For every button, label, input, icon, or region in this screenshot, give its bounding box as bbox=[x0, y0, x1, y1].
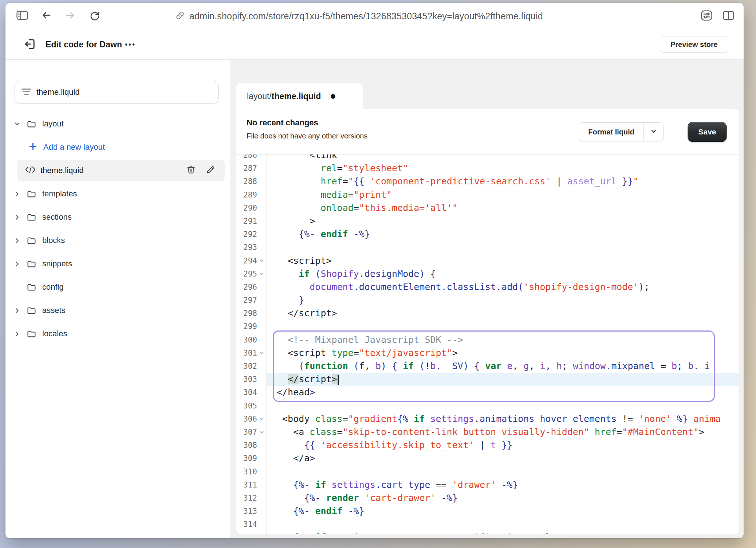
forward-button[interactable] bbox=[63, 8, 78, 24]
code-text[interactable]: </script> bbox=[267, 307, 739, 320]
address-bar[interactable]: admin.shopify.com/store/rzq1xu-f5/themes… bbox=[175, 3, 543, 29]
code-text[interactable]: onload="this.media='all'" bbox=[267, 201, 739, 215]
line-number: 315 bbox=[236, 531, 257, 534]
code-text[interactable]: </head> bbox=[267, 386, 739, 399]
code-text[interactable]: {{ 'accessibility.skip_to_text' | t }} bbox=[267, 439, 739, 452]
code-text[interactable]: </script> bbox=[267, 373, 739, 386]
sidebar-item-snippets[interactable]: snippets bbox=[5, 252, 230, 275]
search-input[interactable] bbox=[36, 87, 212, 97]
url-text: admin.shopify.com/store/rzq1xu-f5/themes… bbox=[189, 11, 543, 21]
folder-icon bbox=[25, 259, 38, 269]
code-text[interactable]: <a class="skip-to-content-link button vi… bbox=[267, 426, 739, 439]
chevron-right-icon[interactable] bbox=[11, 213, 23, 222]
folder-icon bbox=[25, 189, 38, 199]
sidebar-item-assets[interactable]: assets bbox=[5, 299, 230, 322]
chevron-down-icon[interactable] bbox=[11, 120, 23, 128]
sidebar-item-templates[interactable]: templates bbox=[5, 182, 230, 206]
back-button[interactable] bbox=[39, 8, 54, 24]
code-text[interactable] bbox=[267, 320, 739, 333]
format-liquid-split-button: Format liquid bbox=[579, 122, 664, 141]
format-liquid-button[interactable]: Format liquid bbox=[579, 123, 643, 141]
preview-store-button[interactable]: Preview store bbox=[660, 36, 728, 53]
code-text[interactable]: {%- endif -%} bbox=[267, 505, 739, 518]
fold-chevron-icon[interactable] bbox=[257, 347, 267, 360]
sidebar-item-layout[interactable]: layout bbox=[5, 112, 230, 136]
code-text[interactable]: document.documentElement.classList.add('… bbox=[267, 281, 739, 294]
forward-icon bbox=[64, 9, 76, 23]
code-text[interactable]: href="{{ 'component-predictive-search.cs… bbox=[267, 175, 739, 188]
code-text[interactable]: <!-- Mixpanel Javascript SDK --> bbox=[267, 333, 739, 347]
fold-gutter bbox=[257, 465, 267, 478]
code-text[interactable]: {%- render 'cart-drawer' -%} bbox=[267, 492, 739, 505]
rename-file-button[interactable] bbox=[204, 164, 217, 177]
code-line-291: 291 > bbox=[236, 215, 739, 228]
code-text[interactable]: rel="stylesheet" bbox=[267, 162, 739, 175]
sidebar-item-label: config bbox=[42, 282, 64, 292]
sidebar-item-blocks[interactable]: blocks bbox=[5, 229, 230, 252]
code-text[interactable] bbox=[267, 399, 739, 412]
folder-icon bbox=[25, 119, 38, 129]
fold-chevron-icon[interactable] bbox=[257, 254, 267, 267]
tab-theme-liquid[interactable]: layout/theme.liquid bbox=[236, 83, 363, 110]
more-actions-button[interactable]: ••• bbox=[125, 29, 136, 60]
fold-gutter bbox=[257, 505, 267, 518]
fold-gutter bbox=[257, 452, 267, 465]
delete-file-button[interactable] bbox=[185, 164, 197, 177]
line-number: 292 bbox=[236, 228, 257, 241]
code-file-icon bbox=[25, 165, 36, 176]
line-number: 312 bbox=[236, 492, 257, 505]
code-line-289: 289 media="print" bbox=[236, 188, 739, 201]
code-text[interactable]: <link bbox=[267, 154, 739, 162]
fold-gutter bbox=[257, 531, 267, 534]
chevron-right-icon[interactable] bbox=[11, 306, 23, 315]
trash-icon bbox=[186, 165, 196, 177]
code-text[interactable]: {%- if settings.cart_type == 'drawer' -%… bbox=[267, 478, 739, 492]
sidebar-action-add-a-new-layout[interactable]: Add a new layout bbox=[5, 136, 230, 159]
code-text[interactable]: <body class="gradient{% if settings.anim… bbox=[267, 412, 739, 426]
code-text[interactable] bbox=[267, 465, 739, 478]
code-text[interactable]: <script type="text/javascript"> bbox=[267, 347, 739, 360]
sidebar-item-sections[interactable]: sections bbox=[5, 206, 230, 229]
format-liquid-dropdown[interactable] bbox=[643, 123, 663, 141]
code-line-295: 295 if (Shopify.designMode) { bbox=[236, 267, 739, 281]
sidebar-item-theme-liquid[interactable]: theme.liquid bbox=[17, 160, 225, 181]
sidebar-item-locales[interactable]: locales bbox=[5, 322, 230, 345]
code-text[interactable]: </a> bbox=[267, 452, 739, 465]
code-text[interactable]: {%- endif -%} bbox=[267, 228, 739, 241]
line-number: 307 bbox=[236, 426, 257, 439]
code-line-293: 293 bbox=[236, 241, 739, 254]
code-text[interactable]: if (Shopify.designMode) { bbox=[267, 267, 739, 281]
reload-button[interactable] bbox=[87, 8, 102, 24]
fold-gutter bbox=[257, 241, 267, 254]
code-line-303: 303 </script> bbox=[236, 373, 739, 386]
sidebar-item-config[interactable]: config bbox=[5, 275, 230, 299]
code-line-301: 301 <script type="text/javascript"> bbox=[236, 347, 739, 360]
file-search[interactable] bbox=[15, 81, 218, 103]
code-text[interactable]: (function (f, b) { if (!b.__SV) { var e,… bbox=[267, 360, 739, 373]
code-text[interactable]: > bbox=[267, 215, 739, 228]
code-text[interactable]: media="print" bbox=[267, 188, 739, 201]
nav-sidebar-toggle-button[interactable] bbox=[15, 8, 29, 24]
split-view-button[interactable] bbox=[721, 8, 736, 24]
code-text[interactable] bbox=[267, 518, 739, 531]
fold-chevron-icon[interactable] bbox=[257, 267, 267, 281]
chevron-right-icon[interactable] bbox=[11, 330, 23, 338]
code-text[interactable]: } bbox=[267, 294, 739, 307]
chevron-right-icon[interactable] bbox=[11, 236, 23, 245]
fold-gutter bbox=[257, 175, 267, 188]
fold-chevron-icon[interactable] bbox=[257, 412, 267, 426]
page-settings-button[interactable] bbox=[699, 8, 714, 24]
code-line-310: 310 bbox=[236, 465, 739, 478]
save-button[interactable]: Save bbox=[688, 122, 726, 141]
fold-chevron-icon[interactable] bbox=[257, 426, 267, 439]
code-text[interactable] bbox=[267, 241, 739, 254]
chevron-right-icon[interactable] bbox=[11, 260, 23, 268]
code-text[interactable]: <script> bbox=[267, 254, 739, 267]
code-line-286: 286 <link bbox=[236, 154, 739, 162]
chevron-right-icon[interactable] bbox=[11, 190, 23, 198]
exit-code-editor-button[interactable] bbox=[22, 37, 38, 52]
code-text[interactable]: {%- if settings.cart_type == 'notificati… bbox=[267, 531, 739, 534]
code-line-299: 299 bbox=[236, 320, 739, 333]
header-divider bbox=[676, 109, 676, 154]
line-number: 299 bbox=[236, 320, 257, 333]
